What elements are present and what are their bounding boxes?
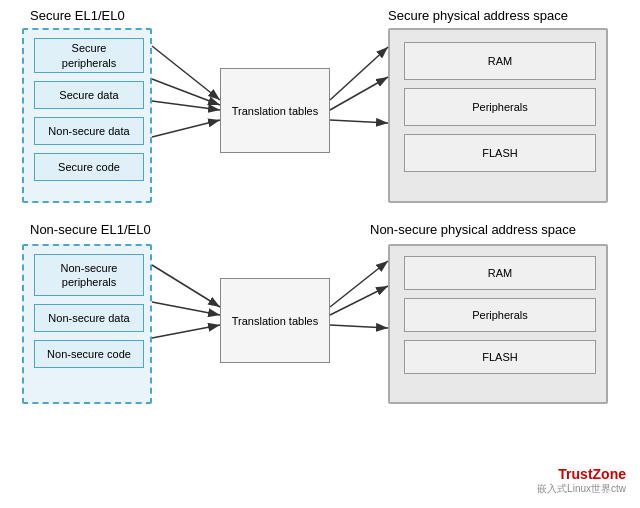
nonsecure-code-box: Non-secure code [34,340,144,368]
svg-line-12 [330,286,388,315]
watermark-brand: TrustZone [537,466,626,482]
svg-line-1 [152,46,220,100]
peripherals-bottom-box: Peripherals [404,298,596,332]
svg-line-6 [330,77,388,110]
nonsecure-peripherals-box: Non-secureperipherals [34,254,144,296]
secure-peripherals-box: Secureperipherals [34,38,144,73]
ram-bottom-box: RAM [404,256,596,290]
nonsecure-el-label: Non-secure EL1/EL0 [30,222,151,237]
nonsecure-phys-group: RAM Peripherals FLASH [388,244,608,404]
translation-table-bottom: Translation tables [220,278,330,363]
nonsecure-data-bottom-box: Non-secure data [34,304,144,332]
nonsecure-phys-label: Non-secure physical address space [370,222,576,237]
secure-data-box: Secure data [34,81,144,109]
ram-top-box: RAM [404,42,596,80]
flash-top-box: FLASH [404,134,596,172]
svg-line-13 [330,325,388,328]
watermark-site: 嵌入式Linux世界ctw [537,482,626,496]
svg-line-10 [152,325,220,338]
svg-line-8 [152,265,220,307]
secure-el-group: Secureperipherals Secure data Non-secure… [22,28,152,203]
secure-el-label: Secure EL1/EL0 [30,8,125,23]
svg-line-5 [330,47,388,100]
svg-line-7 [330,120,388,123]
svg-line-4 [152,120,220,137]
nonsecure-data-top-box: Non-secure data [34,117,144,145]
secure-phys-label: Secure physical address space [388,8,568,23]
secure-phys-group: RAM Peripherals FLASH [388,28,608,203]
peripherals-top-box: Peripherals [404,88,596,126]
svg-line-9 [152,302,220,315]
diagram-container: Secure EL1/EL0 Secure physical address s… [0,0,640,508]
watermark: TrustZone 嵌入式Linux世界ctw [537,466,626,496]
translation-table-top: Translation tables [220,68,330,153]
flash-bottom-box: FLASH [404,340,596,374]
svg-line-2 [152,79,220,105]
secure-code-box: Secure code [34,153,144,181]
svg-line-11 [330,261,388,307]
svg-line-3 [152,101,220,110]
nonsecure-el-group: Non-secureperipherals Non-secure data No… [22,244,152,404]
